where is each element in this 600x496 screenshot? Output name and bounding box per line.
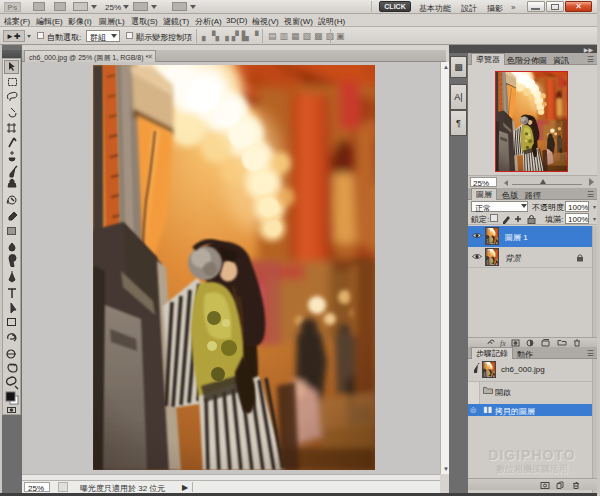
svg-text:fx: fx [500, 339, 506, 347]
